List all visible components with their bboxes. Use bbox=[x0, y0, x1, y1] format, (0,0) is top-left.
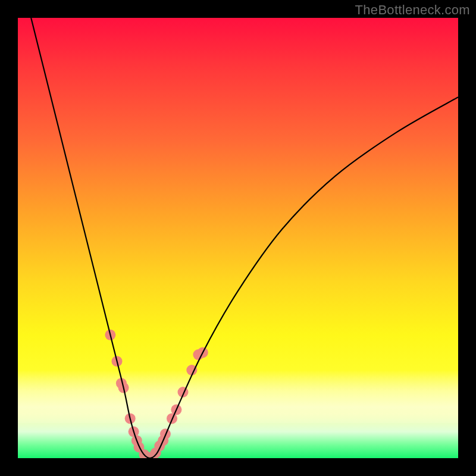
pink-dots bbox=[105, 330, 208, 458]
watermark-text: TheBottleneck.com bbox=[355, 2, 470, 18]
chart-frame: TheBottleneck.com bbox=[0, 0, 476, 476]
bottleneck-curve bbox=[31, 18, 458, 458]
plot-area bbox=[18, 18, 458, 458]
curve-layer bbox=[18, 18, 458, 458]
